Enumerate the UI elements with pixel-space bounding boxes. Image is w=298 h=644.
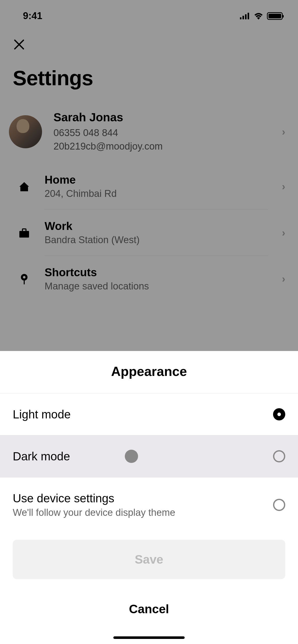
button-area: Save Cancel bbox=[0, 532, 298, 644]
option-label: Light mode bbox=[13, 407, 273, 421]
option-sublabel: We'll follow your device display theme bbox=[13, 507, 273, 518]
radio-unselected-icon bbox=[273, 499, 285, 511]
option-label: Use device settings bbox=[13, 491, 273, 505]
appearance-sheet: Appearance Light mode Dark mode Use devi… bbox=[0, 351, 298, 644]
sheet-header: Appearance bbox=[0, 351, 298, 393]
option-device-settings[interactable]: Use device settings We'll follow your de… bbox=[0, 477, 298, 532]
option-dark-mode[interactable]: Dark mode bbox=[0, 435, 298, 477]
home-indicator[interactable] bbox=[113, 636, 185, 639]
option-light-mode[interactable]: Light mode bbox=[0, 393, 298, 435]
cancel-button[interactable]: Cancel bbox=[13, 592, 285, 626]
option-label: Dark mode bbox=[13, 449, 273, 463]
save-button[interactable]: Save bbox=[13, 540, 285, 579]
touch-indicator bbox=[125, 450, 138, 463]
radio-selected-icon bbox=[273, 408, 285, 420]
sheet-title: Appearance bbox=[0, 364, 298, 379]
radio-unselected-icon bbox=[273, 450, 285, 462]
